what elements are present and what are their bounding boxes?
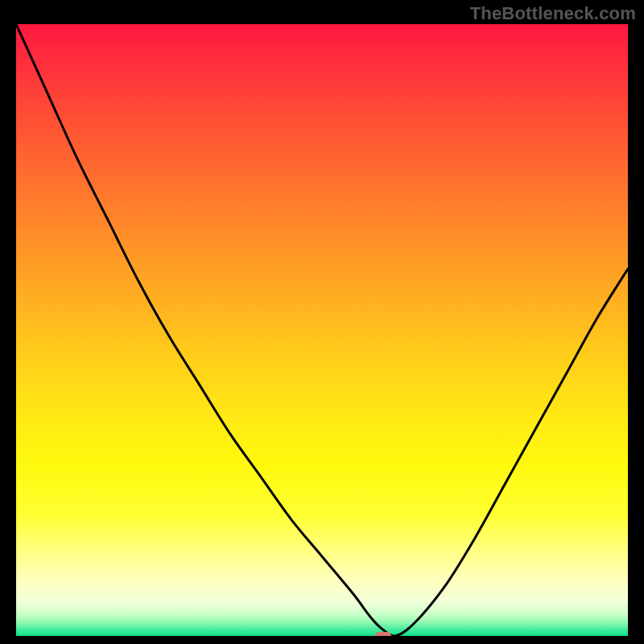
gradient-background xyxy=(16,24,628,636)
chart-container: TheBottleneck.com xyxy=(0,0,644,644)
watermark-text: TheBottleneck.com xyxy=(470,3,636,24)
plot-area xyxy=(16,24,628,636)
optimal-point-marker xyxy=(375,632,391,636)
bottleneck-chart-svg xyxy=(16,24,628,636)
